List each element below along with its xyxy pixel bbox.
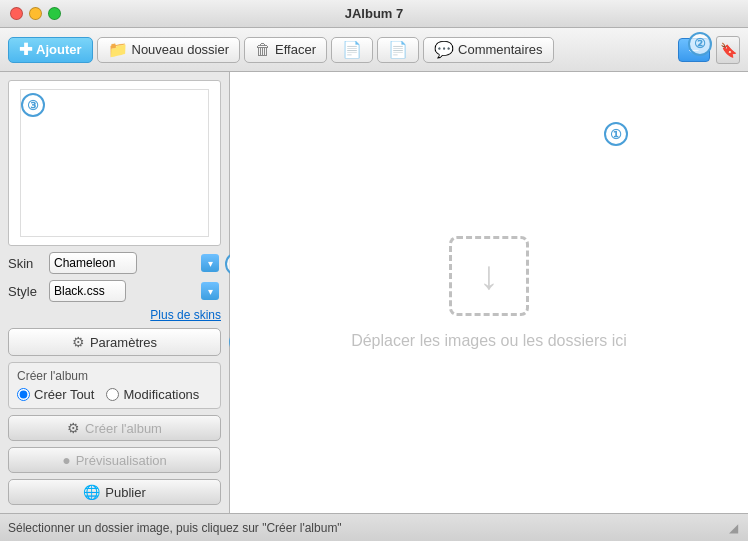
main-content: ③ Skin Chameleon ▾ ④ Style Black.css <box>0 72 748 513</box>
preview-label: Prévisualisation <box>76 453 167 468</box>
skin-row: Skin Chameleon ▾ <box>8 252 221 274</box>
badge-2: ② <box>688 32 712 56</box>
window-title: JAlbum 7 <box>345 6 404 21</box>
window-controls[interactable] <box>10 7 61 20</box>
minimize-button[interactable] <box>29 7 42 20</box>
create-album-button[interactable]: ⚙ Créer l'album <box>8 415 221 441</box>
create-section-title: Créer l'album <box>17 369 212 383</box>
close-button[interactable] <box>10 7 23 20</box>
modifications-label: Modifications <box>123 387 199 402</box>
thumbnail-area: ③ <box>8 80 221 246</box>
move-left-icon: 📄 <box>342 42 362 58</box>
add-button[interactable]: ✚ Ajouter <box>8 37 93 63</box>
create-gear-icon: ⚙ <box>67 420 80 436</box>
gear-icon: ⚙ <box>72 334 85 350</box>
more-skins-link[interactable]: Plus de skins <box>8 308 221 322</box>
create-all-label: Créer Tout <box>34 387 94 402</box>
bookmark-icon: 🔖 <box>720 42 737 58</box>
comments-button[interactable]: 💬 Commentaires <box>423 37 554 63</box>
modifications-radio-label[interactable]: Modifications <box>106 387 199 402</box>
drop-arrow-icon: ↓ <box>479 253 499 298</box>
badge-1: ① <box>604 122 628 146</box>
move-right-icon: 📄 <box>388 42 408 58</box>
create-all-radio-label[interactable]: Créer Tout <box>17 387 94 402</box>
style-row: Style Black.css ▾ <box>8 280 221 302</box>
maximize-button[interactable] <box>48 7 61 20</box>
add-icon: ✚ <box>19 42 32 58</box>
publish-icon: 🌐 <box>83 484 100 500</box>
params-label: Paramètres <box>90 335 157 350</box>
folder-icon: 📁 <box>108 42 128 58</box>
bookmark-button[interactable]: 🔖 <box>716 36 740 64</box>
right-panel: ① ↓ Déplacer les images ou les dossiers … <box>230 72 748 513</box>
new-folder-button[interactable]: 📁 Nouveau dossier <box>97 37 241 63</box>
comments-label: Commentaires <box>458 42 543 57</box>
style-select-arrow: ▾ <box>201 282 219 300</box>
create-section: Créer l'album Créer Tout Modifications <box>8 362 221 409</box>
left-panel: ③ Skin Chameleon ▾ ④ Style Black.css <box>0 72 230 513</box>
move-right-button[interactable]: 📄 <box>377 37 419 63</box>
move-left-button[interactable]: 📄 <box>331 37 373 63</box>
delete-button[interactable]: 🗑 Effacer <box>244 37 327 63</box>
titlebar: JAlbum 7 <box>0 0 748 28</box>
thumbnail-preview <box>20 89 210 237</box>
radio-row: Créer Tout Modifications <box>17 387 212 402</box>
style-select[interactable]: Black.css <box>49 280 126 302</box>
resize-handle[interactable]: ◢ <box>726 521 740 535</box>
drop-area: ↓ Déplacer les images ou les dossiers ic… <box>351 236 627 350</box>
preview-button[interactable]: ● Prévisualisation <box>8 447 221 473</box>
publish-label: Publier <box>105 485 145 500</box>
comment-icon: 💬 <box>434 42 454 58</box>
add-label: Ajouter <box>36 42 82 57</box>
params-button-wrapper: ⚙ Paramètres ⑤ <box>8 328 221 356</box>
trash-icon: 🗑 <box>255 42 271 58</box>
publish-button[interactable]: 🌐 Publier <box>8 479 221 505</box>
skin-select[interactable]: Chameleon <box>49 252 137 274</box>
new-folder-label: Nouveau dossier <box>132 42 230 57</box>
create-album-label: Créer l'album <box>85 421 162 436</box>
params-button[interactable]: ⚙ Paramètres <box>8 328 221 356</box>
badge-3: ③ <box>21 93 45 117</box>
style-label: Style <box>8 284 43 299</box>
drop-text: Déplacer les images ou les dossiers ici <box>351 332 627 350</box>
skin-select-arrow: ▾ <box>201 254 219 272</box>
skin-label: Skin <box>8 256 43 271</box>
drop-icon: ↓ <box>449 236 529 316</box>
preview-icon: ● <box>62 452 70 468</box>
create-all-radio[interactable] <box>17 388 30 401</box>
statusbar: Sélectionner un dossier image, puis cliq… <box>0 513 748 541</box>
status-text: Sélectionner un dossier image, puis cliq… <box>8 521 342 535</box>
delete-label: Effacer <box>275 42 316 57</box>
toolbar: ✚ Ajouter 📁 Nouveau dossier 🗑 Effacer 📄 … <box>0 28 748 72</box>
modifications-radio[interactable] <box>106 388 119 401</box>
